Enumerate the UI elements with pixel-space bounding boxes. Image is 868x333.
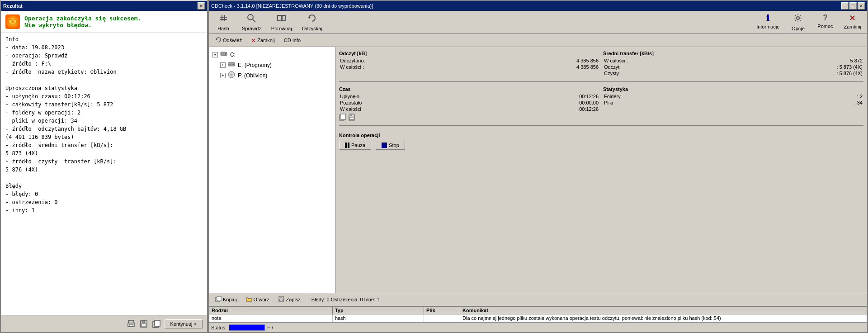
cd-info-button[interactable]: CD Info — [280, 36, 305, 44]
odczyt-transfer-label: Odczyt — [604, 64, 619, 70]
svg-rect-38 — [217, 296, 221, 301]
tree-item-c[interactable]: + C: — [211, 49, 333, 60]
zamknij2-button[interactable]: ✕ Zamknij — [247, 36, 279, 45]
opcje-icon — [793, 13, 803, 25]
otworz-button[interactable]: Otwórz — [242, 295, 274, 304]
log-row: nota hash Dla co najmniej jednego pliku … — [209, 314, 867, 322]
svg-rect-41 — [279, 299, 283, 301]
odswiez-button[interactable]: Odśwież — [211, 35, 246, 45]
uplynelo-value: : 00:12:26 — [576, 94, 599, 99]
svg-rect-36 — [349, 117, 354, 119]
main-toolbar: Hash Sprawdź Porównaj Odzyskaj — [209, 11, 867, 34]
czysty-transfer-row: Czysty : 5 876 (4X) — [603, 71, 863, 76]
save-small-icon[interactable] — [348, 114, 355, 121]
log-plik — [424, 314, 460, 322]
tool-sprawdz[interactable]: Sprawdź — [237, 12, 266, 33]
svg-point-24 — [225, 53, 226, 55]
tool-porownaj[interactable]: Porównaj — [266, 12, 297, 33]
czysty-transfer-label: Czysty — [604, 71, 619, 76]
svg-rect-18 — [282, 15, 286, 21]
bottom-toolbar: Kopiuj Otwórz Zapisz Błędy: 0 Ostrzeżeni… — [209, 293, 867, 306]
svg-rect-13 — [222, 15, 222, 21]
pomoc-icon: ? — [823, 13, 828, 23]
foldery-row: Foldery : 2 — [603, 94, 863, 99]
copy-small-icon[interactable] — [339, 114, 346, 121]
w-calosci-odczyt-row: W całości : 4 385 856 — [339, 64, 599, 70]
svg-rect-17 — [278, 15, 281, 21]
otworz-label: Otwórz — [254, 297, 269, 302]
pozostalo-label: Pozostało — [340, 100, 362, 105]
cdcheck-titlebar: CDCheck - 3.1.14.0 [NIEZAREJESTROWANY (3… — [209, 1, 867, 11]
col-rodzaj: Rodzai — [209, 307, 333, 314]
odczyt-box: Odczyt [kB] Odczytano: 4 385 856 W całoś… — [339, 51, 599, 77]
kontrola-box: Kontrola operacji Pauza Stop — [339, 133, 863, 150]
cdcheck-window: CDCheck - 3.1.14.0 [NIEZAREJESTROWANY (3… — [208, 0, 868, 333]
odczyt-transfer-value: : 5 873 (4X) — [837, 64, 863, 70]
zapisz-button[interactable]: Zapisz — [274, 295, 304, 304]
svg-point-27 — [233, 64, 234, 65]
svg-rect-10 — [155, 320, 160, 326]
tree-item-e[interactable]: + E: (Programy) — [211, 60, 333, 70]
bottom-panel: Kopiuj Otwórz Zapisz Błędy: 0 Ostrzeżeni… — [209, 293, 867, 322]
tool-opcje-label: Opcje — [792, 26, 805, 31]
foldery-value: : 2 — [857, 94, 863, 99]
save-icon[interactable] — [139, 319, 148, 328]
odczytano-label: Odczytano: — [340, 58, 365, 63]
copy-icon[interactable] — [152, 319, 161, 328]
tool-pomoc-label: Pomoc — [817, 24, 833, 29]
separator1 — [339, 81, 863, 82]
tool-pomoc[interactable]: ? Pomoc — [811, 12, 839, 33]
uplynelo-label: Upłynęło — [340, 94, 359, 99]
cdcheck-title: CDCheck - 3.1.14.0 [NIEZAREJESTROWANY (3… — [211, 3, 373, 9]
svg-rect-40 — [280, 296, 282, 298]
tree-item-f[interactable]: + F: (Oblivion) — [211, 70, 333, 81]
tool-hash[interactable]: Hash — [210, 12, 237, 33]
status-progress — [229, 324, 265, 331]
odczytano-row: Odczytano: 4 385 856 — [339, 58, 599, 63]
col-plik: Plik — [424, 307, 460, 314]
expand-e[interactable]: + — [220, 62, 226, 68]
w-calosci-odczyt-label: W całości : — [340, 64, 364, 70]
w-calosci-czas-value: : 00:12:26 — [576, 106, 599, 112]
pauza-label: Pauza — [351, 143, 365, 148]
tool-zamknij-label: Zamknij — [844, 24, 861, 29]
svg-rect-8 — [142, 324, 146, 326]
kopiuj-button[interactable]: Kopiuj — [211, 295, 241, 304]
continue-button[interactable]: Kontynuuj > — [165, 319, 203, 328]
kopiuj-icon — [215, 296, 222, 303]
odczytano-value: 4 385 856 — [576, 58, 599, 63]
expand-c[interactable]: + — [212, 52, 218, 57]
log-rodzaj: nota — [209, 314, 333, 322]
print-icon[interactable] — [127, 319, 136, 328]
expand-f[interactable]: + — [220, 73, 226, 78]
svg-point-15 — [248, 14, 253, 20]
right-toolbar: ℹ Informacje Opcje ? Pomoc ✕ Zamknij — [751, 12, 866, 33]
hdd-e-icon — [228, 61, 235, 69]
svg-rect-14 — [224, 15, 225, 21]
separator2 — [339, 125, 863, 126]
foldery-label: Foldery — [604, 94, 621, 99]
log-komunikat: Dla co najmniej jednego pliku została wy… — [460, 314, 867, 322]
otworz-icon — [246, 296, 252, 303]
zapisz-label: Zapisz — [286, 297, 300, 302]
maximize-button[interactable]: □ — [849, 2, 857, 10]
tool-porownaj-label: Porównaj — [271, 26, 292, 31]
tool-opcje[interactable]: Opcje — [784, 12, 811, 33]
rezultat-close-button[interactable]: ✕ — [198, 2, 205, 10]
pauza-button[interactable]: Pauza — [339, 141, 371, 150]
tree-label-c: C: — [230, 52, 236, 58]
rezultat-window: Rezultat ✕ Operacja zakończyła się sukce… — [0, 0, 208, 333]
log-table: Rodzai Typ Plik Komunikat nota hash Dla … — [209, 306, 867, 322]
tool-zamknij[interactable]: ✕ Zamknij — [839, 12, 866, 33]
cd-f-icon — [228, 71, 235, 80]
svg-rect-33 — [341, 114, 345, 119]
tool-odzyskaj[interactable]: Odzyskaj — [297, 12, 327, 33]
minimize-button[interactable]: ─ — [841, 2, 849, 10]
sprawdz-icon — [246, 13, 256, 25]
close-button[interactable]: ✕ — [858, 2, 865, 10]
tool-informacje[interactable]: ℹ Informacje — [751, 12, 784, 33]
stop-button[interactable]: Stop — [376, 141, 405, 150]
rezultat-title: Rezultat — [3, 3, 23, 9]
svg-rect-11 — [220, 17, 227, 18]
zamknij-toolbar-icon: ✕ — [849, 13, 856, 23]
